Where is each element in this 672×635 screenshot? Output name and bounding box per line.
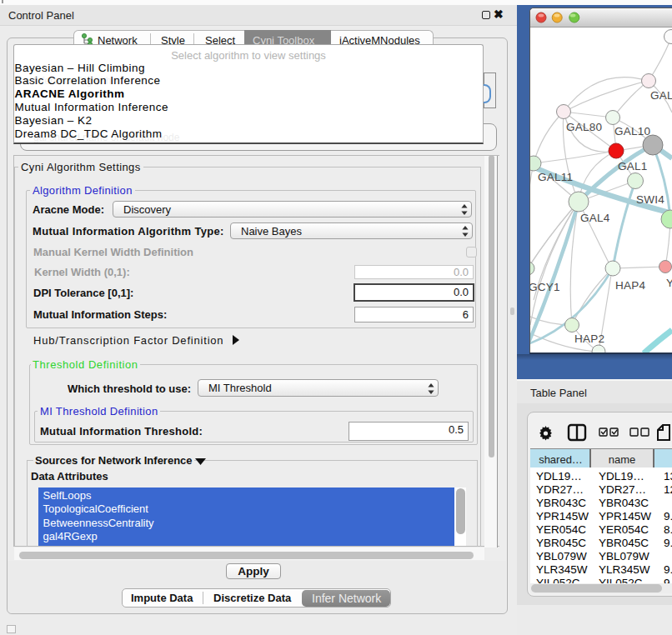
- svg-text:GCY1: GCY1: [530, 281, 560, 293]
- svg-text:GAL1: GAL1: [618, 160, 648, 172]
- svg-text:HAP4: HAP4: [615, 279, 646, 292]
- svg-text:GAL80: GAL80: [566, 121, 602, 133]
- svg-text:SWI4: SWI4: [636, 193, 664, 206]
- svg-text:GAL10: GAL10: [614, 125, 650, 138]
- svg-text:GAL11: GAL11: [538, 171, 573, 183]
- svg-text:GAL7: GAL7: [650, 89, 672, 102]
- svg-text:HAP2: HAP2: [574, 332, 604, 345]
- svg-text:Y: Y: [666, 277, 672, 289]
- svg-text:GAL4: GAL4: [580, 212, 610, 224]
